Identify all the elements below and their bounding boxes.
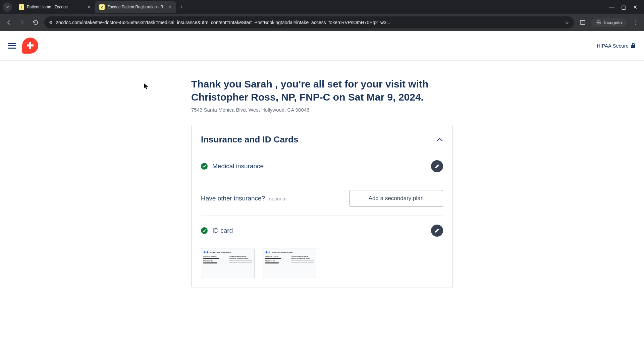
incognito-badge[interactable]: Incognito: [591, 18, 627, 27]
bookmark-icon[interactable]: ☆: [565, 20, 569, 25]
id-card-label: ID card: [212, 227, 233, 234]
check-icon: [201, 227, 208, 234]
side-panel-button[interactable]: [578, 19, 587, 25]
site-header: ✚ HIPAA Secure: [0, 31, 644, 61]
optional-tag: optional: [269, 196, 286, 201]
browser-menu-button[interactable]: ⋮: [631, 19, 640, 26]
tab-search-button[interactable]: [3, 2, 12, 12]
page-content: ✚ HIPAA Secure Thank you Sarah , you're …: [0, 31, 644, 362]
divider: [201, 216, 443, 216]
id-card-front-image[interactable]: ✚✚ BlueCross BlueShield Member Name Memb…: [201, 248, 255, 278]
add-secondary-plan-button[interactable]: Add a secondary plan: [349, 190, 443, 207]
url-bar[interactable]: ⚙ zocdoc.com/intake/the-doctor-46256/tas…: [44, 16, 574, 28]
medical-insurance-label: Medical insurance: [212, 163, 264, 170]
address-text: 7543 Santa Monica Blvd, West Hollywood, …: [191, 107, 453, 113]
zocdoc-logo[interactable]: ✚: [22, 38, 38, 54]
check-icon: [201, 163, 208, 170]
svg-rect-2: [631, 45, 635, 48]
medical-insurance-row: Medical insurance: [201, 154, 443, 178]
new-tab-button[interactable]: +: [176, 4, 187, 10]
card-header-toggle[interactable]: Insurance and ID Cards: [201, 134, 443, 145]
browser-tab-active[interactable]: Z Zocdoc Patient Registration - R ✕: [95, 1, 176, 13]
hipaa-secure-badge: HIPAA Secure: [597, 43, 636, 49]
svg-rect-0: [580, 20, 585, 24]
close-icon[interactable]: ✕: [87, 4, 91, 10]
reload-button[interactable]: [31, 19, 40, 25]
tab-title: Patient Home | Zocdoc: [27, 5, 85, 9]
url-text: zocdoc.com/intake/the-doctor-46256/tasks…: [56, 20, 561, 25]
edit-id-card-button[interactable]: [431, 225, 443, 237]
id-card-row: ID card: [201, 219, 443, 243]
window-controls: — ▢ ✕: [609, 4, 641, 10]
main-content: Thank you Sarah , you're all set for you…: [184, 61, 460, 305]
browser-chrome: Z Patient Home | Zocdoc ✕ Z Zocdoc Patie…: [0, 0, 644, 31]
other-insurance-row: Have other insurance? optional Add a sec…: [201, 184, 443, 213]
tab-bar: Z Patient Home | Zocdoc ✕ Z Zocdoc Patie…: [0, 0, 644, 14]
tab-favicon: Z: [19, 4, 24, 10]
tab-title: Zocdoc Patient Registration - R: [107, 5, 165, 9]
page-title: Thank you Sarah , you're all set for you…: [191, 77, 453, 104]
minimize-icon[interactable]: —: [609, 4, 614, 10]
card-title: Insurance and ID Cards: [201, 134, 298, 145]
lock-icon: [631, 43, 636, 49]
nav-bar: ⚙ zocdoc.com/intake/the-doctor-46256/tas…: [0, 14, 644, 31]
hipaa-label: HIPAA Secure: [597, 43, 629, 49]
insurance-card: Insurance and ID Cards Medical insurance: [191, 125, 453, 288]
forward-button[interactable]: [17, 19, 27, 25]
close-icon[interactable]: ✕: [168, 4, 172, 10]
cursor-icon: [144, 83, 150, 90]
close-window-icon[interactable]: ✕: [633, 4, 637, 10]
site-settings-icon[interactable]: ⚙: [49, 20, 53, 25]
edit-medical-insurance-button[interactable]: [431, 160, 443, 172]
other-insurance-label: Have other insurance? optional: [201, 195, 286, 202]
divider: [201, 181, 443, 181]
pencil-icon: [434, 164, 440, 169]
pencil-icon: [434, 228, 440, 233]
id-card-back-image[interactable]: ✚✚ BlueCross BlueShield Member Name Memb…: [263, 248, 316, 278]
chevron-up-icon: [436, 138, 443, 142]
plus-icon: ✚: [26, 41, 34, 51]
incognito-label: Incognito: [604, 20, 622, 25]
back-button[interactable]: [4, 19, 13, 25]
id-cards-preview: ✚✚ BlueCross BlueShield Member Name Memb…: [201, 248, 443, 278]
browser-tab-inactive[interactable]: Z Patient Home | Zocdoc ✕: [15, 1, 95, 13]
menu-button[interactable]: [8, 42, 16, 50]
header-left: ✚: [8, 38, 38, 54]
tab-favicon: Z: [99, 4, 105, 10]
maximize-icon[interactable]: ▢: [621, 4, 626, 10]
